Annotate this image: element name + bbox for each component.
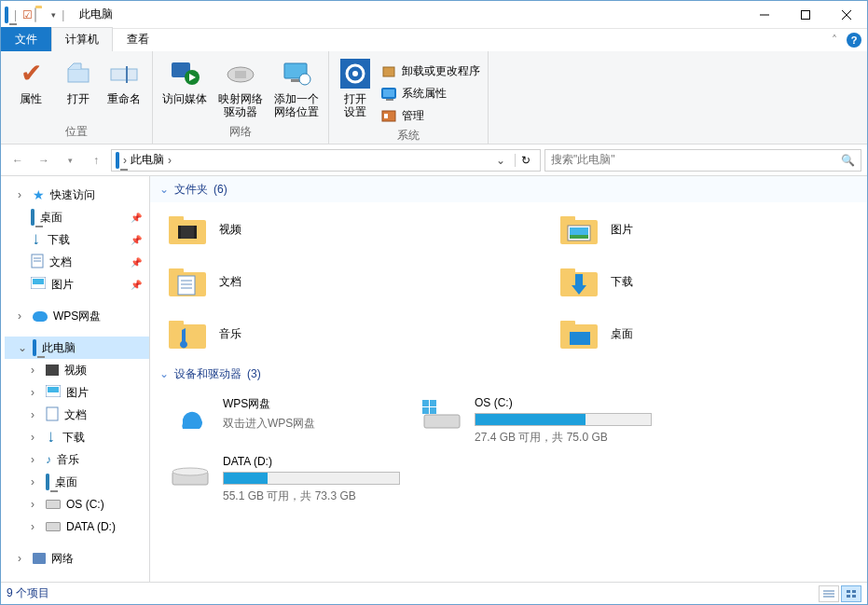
chevron-right-icon[interactable]: › [18, 309, 27, 323]
folder-qa-icon[interactable] [34, 8, 49, 21]
sidebar-item-pictures-2[interactable]: ›图片 [5, 381, 149, 404]
ribbon-tabs: 文件 计算机 查看 ˄ ? [1, 29, 867, 51]
sidebar-item-music[interactable]: ›♪音乐 [5, 448, 149, 471]
chevron-down-icon[interactable]: ⌄ [159, 183, 169, 196]
svg-rect-67 [847, 595, 850, 598]
device-item-data[interactable]: DATA (D:) 55.1 GB 可用，共 73.3 GB [169, 455, 402, 504]
back-button[interactable]: ← [7, 149, 29, 172]
chevron-down-icon[interactable]: ⌄ [159, 367, 169, 380]
chevron-right-icon[interactable]: › [31, 498, 40, 511]
chevron-right-icon[interactable]: › [31, 475, 40, 488]
search-icon[interactable]: 🔍 [841, 154, 855, 167]
chevron-down-icon[interactable]: ⌄ [18, 341, 27, 354]
cloud-icon [169, 396, 212, 433]
folder-label: 文档 [219, 274, 241, 290]
open-settings-button[interactable]: 打开 设置 [337, 59, 374, 119]
folder-item-desktop[interactable]: 桌面 [560, 314, 775, 353]
manage-icon [381, 108, 396, 123]
chevron-right-icon[interactable]: › [18, 552, 27, 565]
svg-rect-48 [560, 268, 575, 274]
checkbox-icon[interactable]: ☑ [22, 8, 33, 21]
search-input[interactable]: 搜索"此电脑" 🔍 [544, 149, 861, 172]
device-item-wps[interactable]: WPS网盘 双击进入WPS网盘 [169, 396, 402, 446]
folder-item-music[interactable]: 音乐 [169, 314, 383, 353]
capacity-fill [475, 414, 586, 425]
folder-item-pictures[interactable]: 图片 [560, 210, 775, 249]
svg-rect-65 [847, 590, 850, 593]
minimize-button[interactable] [744, 1, 785, 28]
sidebar-item-network[interactable]: ›网络 [5, 547, 149, 570]
view-large-icons-button[interactable] [841, 585, 861, 602]
svg-rect-35 [169, 268, 184, 274]
collapse-ribbon-icon[interactable]: ˄ [832, 34, 837, 47]
sidebar-item-label: 网络 [51, 551, 74, 567]
sidebar-item-data-drive[interactable]: ›DATA (D:) [5, 516, 149, 538]
chevron-right-icon[interactable]: › [31, 453, 40, 466]
tab-view[interactable]: 查看 [113, 27, 163, 51]
section-header-devices[interactable]: ⌄ 设备和驱动器 (3) [150, 361, 867, 387]
folder-item-downloads[interactable]: 下载 [560, 262, 775, 301]
ribbon: ✔ 属性 打开 重命名 位置 访问媒体 映射网络 驱动器 [1, 51, 867, 144]
folder-item-documents[interactable]: 文档 [169, 262, 383, 301]
chevron-right-icon[interactable]: › [31, 408, 40, 421]
chevron-right-icon[interactable]: › [31, 364, 40, 377]
up-button[interactable]: ↑ [85, 149, 107, 172]
navigation-pane[interactable]: › ★ 快速访问 桌面 📌 ⭣ 下载 📌 文档 📌 图片 📌 › WP [1, 176, 150, 582]
sidebar-item-videos[interactable]: ›视频 [5, 359, 149, 381]
folder-item-videos[interactable]: 视频 [169, 210, 383, 249]
system-props-label: 系统属性 [402, 86, 447, 102]
tab-file[interactable]: 文件 [1, 27, 51, 51]
map-drive-label: 映射网络 驱动器 [218, 92, 263, 119]
recent-dropdown[interactable]: ▾ [59, 149, 81, 172]
titlebar: | ☑ ▾ | 此电脑 [1, 1, 867, 29]
address-bar[interactable]: › 此电脑 › ⌄ ↻ [111, 149, 541, 172]
section-header-folders[interactable]: ⌄ 文件夹 (6) [150, 176, 867, 202]
chevron-right-icon[interactable]: › [31, 386, 40, 399]
chevron-right-icon[interactable]: › [31, 520, 40, 533]
qa-dropdown-icon[interactable]: ▾ [51, 10, 56, 20]
quick-access-toolbar: | ☑ ▾ | [1, 8, 72, 21]
system-props-button[interactable]: 系统属性 [381, 83, 480, 103]
rename-button[interactable]: 重命名 [103, 59, 145, 105]
forward-button[interactable]: → [33, 149, 55, 172]
close-button[interactable] [826, 1, 867, 28]
sidebar-item-wps[interactable]: › WPS网盘 [5, 305, 149, 327]
add-location-button[interactable]: 添加一个 网络位置 [272, 59, 321, 119]
open-label: 打开 [67, 92, 90, 105]
section-count: (6) [214, 183, 227, 196]
svg-rect-4 [68, 69, 89, 82]
refresh-icon[interactable]: ↻ [515, 154, 536, 167]
sidebar-item-pictures[interactable]: 图片 📌 [5, 273, 149, 296]
sidebar-item-downloads[interactable]: ⭣ 下载 📌 [5, 228, 149, 251]
uninstall-button[interactable]: 卸载或更改程序 [381, 61, 480, 81]
monitor-add-icon [282, 59, 311, 89]
help-icon[interactable]: ? [847, 33, 861, 48]
content-pane[interactable]: ⌄ 文件夹 (6) 视频 文档 音乐 [150, 176, 867, 582]
pin-icon: 📌 [131, 280, 142, 290]
sidebar-item-desktop[interactable]: 桌面 📌 [5, 206, 149, 228]
chevron-right-icon[interactable]: › [18, 188, 27, 201]
open-button[interactable]: 打开 [61, 59, 96, 105]
sidebar-item-documents[interactable]: 文档 📌 [5, 251, 149, 273]
properties-button[interactable]: ✔ 属性 [8, 59, 53, 105]
view-details-button[interactable] [819, 585, 839, 602]
folder-desktop-icon [560, 317, 598, 351]
sidebar-item-this-pc[interactable]: ⌄ 此电脑 [5, 337, 149, 359]
sidebar-item-quick-access[interactable]: › ★ 快速访问 [5, 184, 149, 206]
manage-button[interactable]: 管理 [381, 105, 480, 126]
device-item-os[interactable]: OS (C:) 27.4 GB 可用，共 75.0 GB [420, 396, 654, 446]
map-drive-button[interactable]: 映射网络 驱动器 [216, 59, 265, 119]
address-segment[interactable]: 此电脑 [131, 152, 164, 168]
sidebar-item-downloads-2[interactable]: ›⭣下载 [5, 426, 149, 448]
sidebar-item-os-drive[interactable]: ›OS (C:) [5, 493, 149, 516]
access-media-button[interactable]: 访问媒体 [160, 59, 209, 105]
tab-computer[interactable]: 计算机 [51, 27, 113, 51]
address-dropdown-icon[interactable]: ⌄ [490, 154, 511, 167]
chevron-right-icon[interactable]: › [168, 154, 172, 167]
sidebar-item-desktop-2[interactable]: ›桌面 [5, 471, 149, 493]
maximize-button[interactable] [785, 1, 826, 28]
chevron-right-icon[interactable]: › [123, 154, 127, 167]
chevron-right-icon[interactable]: › [31, 431, 40, 444]
manage-label: 管理 [402, 108, 424, 124]
sidebar-item-documents-2[interactable]: ›文档 [5, 404, 149, 426]
